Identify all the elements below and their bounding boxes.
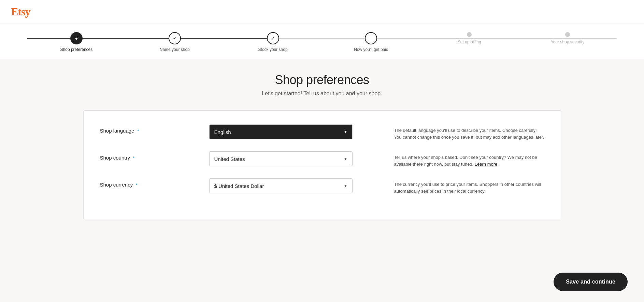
shop-country-row: Shop country * United States ▼ Tell us w… bbox=[100, 151, 544, 167]
save-btn-container: Save and continue bbox=[554, 273, 628, 291]
country-label: Shop country bbox=[100, 155, 130, 161]
step-how-youll-get-paid: How you'll get paid bbox=[322, 32, 420, 52]
form-card: Shop language * English ▼ The default la… bbox=[83, 110, 561, 219]
country-select[interactable]: United States bbox=[209, 151, 353, 166]
country-learn-more-link[interactable]: Learn more bbox=[475, 162, 497, 167]
shop-currency-row: Shop currency * $ United States Dollar ▼… bbox=[100, 178, 544, 194]
language-select-wrapper[interactable]: English ▼ bbox=[209, 124, 353, 139]
step-label-1: Shop preferences bbox=[60, 47, 93, 52]
step-label-4: How you'll get paid bbox=[354, 47, 388, 52]
currency-select-wrapper[interactable]: $ United States Dollar ▼ bbox=[209, 178, 353, 193]
header: Etsy bbox=[0, 0, 644, 24]
step-label-6: Your shop security bbox=[551, 40, 584, 44]
progress-steps: ● Shop preferences ✓ Name your shop ✓ St… bbox=[27, 32, 617, 59]
step-set-up-billing: Set up billing bbox=[420, 32, 518, 44]
step-circle-2: ✓ bbox=[169, 32, 181, 44]
language-input-col[interactable]: English ▼ bbox=[209, 124, 353, 139]
country-label-col: Shop country * bbox=[100, 151, 196, 161]
language-label-col: Shop language * bbox=[100, 124, 196, 134]
step-circle-3: ✓ bbox=[267, 32, 279, 44]
step-stock-your-shop: ✓ Stock your shop bbox=[224, 32, 322, 52]
save-continue-button[interactable]: Save and continue bbox=[554, 273, 628, 291]
currency-label: Shop currency bbox=[100, 182, 133, 188]
step-label-3: Stock your shop bbox=[258, 47, 288, 52]
checkmark-icon-3: ✓ bbox=[271, 36, 275, 41]
step-your-shop-security: Your shop security bbox=[518, 32, 617, 44]
etsy-logo: Etsy bbox=[11, 5, 30, 18]
language-required-star: * bbox=[137, 128, 139, 134]
step-circle-4 bbox=[365, 32, 377, 44]
language-hint: The default language you'll use to descr… bbox=[394, 124, 544, 140]
page-title-section: Shop preferences Let's get started! Tell… bbox=[11, 73, 633, 97]
page-subtitle: Let's get started! Tell us about you and… bbox=[11, 91, 633, 97]
checkmark-icon-2: ✓ bbox=[173, 36, 177, 41]
step-label-5: Set up billing bbox=[458, 40, 481, 44]
step-shop-preferences: ● Shop preferences bbox=[27, 32, 126, 52]
country-input-col[interactable]: United States ▼ bbox=[209, 151, 353, 166]
language-hint-text: The default language you'll use to descr… bbox=[394, 128, 544, 140]
main-content: Shop preferences Let's get started! Tell… bbox=[0, 59, 644, 253]
step-dot-6 bbox=[565, 32, 570, 37]
country-hint: Tell us where your shop's based. Don't s… bbox=[394, 151, 544, 167]
country-hint-text: Tell us where your shop's based. Don't s… bbox=[394, 155, 538, 167]
currency-hint: The currency you'll use to price your it… bbox=[394, 178, 544, 194]
country-select-wrapper[interactable]: United States ▼ bbox=[209, 151, 353, 166]
language-select[interactable]: English bbox=[209, 124, 353, 139]
progress-bar: ● Shop preferences ✓ Name your shop ✓ St… bbox=[0, 24, 644, 59]
country-required-star: * bbox=[133, 155, 134, 161]
step-dot-5 bbox=[467, 32, 472, 37]
currency-select[interactable]: $ United States Dollar bbox=[209, 178, 353, 193]
step-circle-1: ● bbox=[70, 32, 83, 44]
currency-input-col[interactable]: $ United States Dollar ▼ bbox=[209, 178, 353, 193]
step-name-your-shop: ✓ Name your shop bbox=[126, 32, 224, 52]
page-title: Shop preferences bbox=[11, 73, 633, 87]
step-label-2: Name your shop bbox=[160, 47, 190, 52]
currency-required-star: * bbox=[136, 182, 138, 188]
step-dot-1: ● bbox=[75, 36, 78, 41]
language-label: Shop language bbox=[100, 128, 134, 134]
currency-hint-text: The currency you'll use to price your it… bbox=[394, 182, 541, 194]
currency-label-col: Shop currency * bbox=[100, 178, 196, 188]
shop-language-row: Shop language * English ▼ The default la… bbox=[100, 124, 544, 140]
